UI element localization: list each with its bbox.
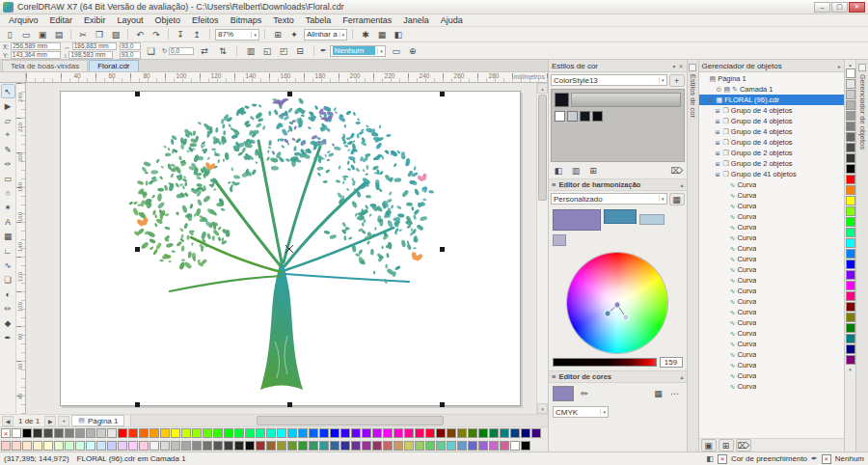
x-position-input[interactable]: 256,589 mm: [11, 42, 61, 50]
drop-shadow-tool[interactable]: ❏: [1, 272, 15, 287]
add-page-button[interactable]: +: [58, 416, 69, 426]
palette-swatch[interactable]: [128, 428, 138, 438]
palette-swatch[interactable]: [404, 428, 414, 438]
palette-swatch[interactable]: [181, 428, 191, 438]
rectangle-tool[interactable]: ▭: [1, 171, 15, 185]
height-input[interactable]: 198,583 mm: [68, 51, 113, 59]
sort-styles-icon[interactable]: ◧: [551, 164, 566, 177]
om-group-item[interactable]: ⊞❒Grupo de 2 objetos: [699, 148, 844, 158]
menu-item-texto[interactable]: Texto: [267, 15, 300, 25]
chevron-down-icon[interactable]: ▾: [659, 196, 665, 202]
previous-page-button[interactable]: ◀: [2, 416, 14, 426]
color-viewers-icon[interactable]: ▦: [651, 388, 666, 400]
expander-icon[interactable]: ⊞: [715, 171, 721, 178]
palette-swatch[interactable]: [383, 428, 393, 438]
palette-swatch[interactable]: [118, 441, 127, 451]
palette-swatch[interactable]: [510, 441, 520, 451]
palette-swatch[interactable]: [846, 68, 855, 78]
cut-icon[interactable]: ✂: [75, 28, 91, 41]
palette-swatch[interactable]: [266, 428, 276, 438]
om-curve-item[interactable]: ∿Curva: [699, 264, 844, 275]
import-icon[interactable]: ↧: [173, 28, 188, 41]
y-position-input[interactable]: 143,364 mm: [11, 51, 61, 59]
selection-handle[interactable]: [440, 247, 445, 252]
palette-swatch[interactable]: [12, 428, 21, 438]
palette-swatch[interactable]: [846, 260, 855, 269]
palette-swatch[interactable]: [139, 428, 149, 438]
menu-item-arquivo[interactable]: Arquivo: [3, 15, 44, 25]
slider-value-input[interactable]: 159: [660, 357, 683, 368]
snap-to-icon[interactable]: ✦: [286, 28, 302, 41]
print-icon[interactable]: ▤: [51, 28, 67, 41]
palette-swatch[interactable]: [468, 441, 477, 451]
horizontal-ruler[interactable]: 406080100120140160180200220240260280: [26, 72, 548, 82]
palette-swatch[interactable]: [54, 441, 64, 451]
scroll-down-icon[interactable]: ▾: [537, 403, 548, 414]
no-color-swatch[interactable]: ✕: [1, 428, 11, 438]
close-button[interactable]: ✕: [849, 2, 865, 13]
palette-swatch[interactable]: [213, 441, 223, 451]
palette-swatch[interactable]: [846, 344, 855, 354]
palette-swatch[interactable]: [298, 428, 308, 438]
palette-swatch[interactable]: [436, 441, 446, 451]
harmony-folder-swatch[interactable]: [580, 111, 590, 122]
om-curve-item[interactable]: ∿Curva: [699, 370, 844, 381]
selection-handle[interactable]: [135, 247, 140, 252]
palette-swatch[interactable]: [287, 441, 297, 451]
om-curve-item[interactable]: ∿Curva: [699, 286, 844, 296]
palette-swatch[interactable]: [340, 428, 350, 438]
palette-swatch[interactable]: [86, 428, 95, 438]
om-curve-item[interactable]: ∿Curva: [699, 275, 844, 286]
scale-y-input[interactable]: 93,0: [120, 51, 141, 59]
scrollbar-thumb[interactable]: [257, 416, 444, 425]
maximize-button[interactable]: ▢: [831, 2, 848, 13]
chevron-down-icon[interactable]: ▾: [659, 77, 665, 83]
palette-swatch[interactable]: [846, 281, 855, 290]
color-style-dropdown[interactable]: ColorStyle13 ▾: [551, 74, 667, 86]
intersect-icon[interactable]: ⊟: [292, 44, 308, 57]
om-group-item[interactable]: ⊞❒Grupo de 4 objetos: [699, 105, 844, 116]
palette-swatch[interactable]: [415, 428, 424, 438]
palette-swatch[interactable]: [846, 323, 855, 333]
palette-swatch[interactable]: [846, 79, 855, 89]
quick-customize-icon[interactable]: ⊕: [405, 44, 420, 57]
palette-swatch[interactable]: [171, 441, 180, 451]
om-group-item[interactable]: ⊞❒Grupo de 2 objetos: [699, 158, 844, 169]
menu-item-objeto[interactable]: Objeto: [149, 15, 187, 25]
palette-swatch[interactable]: [86, 441, 95, 451]
palette-swatch[interactable]: [846, 90, 855, 99]
om-curve-item[interactable]: ∿Curva: [699, 317, 844, 328]
palette-swatch[interactable]: [96, 441, 106, 451]
outline-pen-tool[interactable]: ✒: [1, 330, 15, 344]
minimize-button[interactable]: –: [814, 2, 830, 13]
om-curve-item[interactable]: ∿Curva: [699, 243, 844, 254]
palette-swatch[interactable]: [521, 441, 530, 451]
palette-swatch[interactable]: [404, 441, 414, 451]
palette-swatch[interactable]: [266, 441, 276, 451]
palette-swatch[interactable]: [489, 441, 499, 451]
om-file-item[interactable]: ⊟▦FLORAL (96).cdr: [699, 95, 844, 105]
palette-swatch[interactable]: [846, 206, 855, 216]
palette-swatch[interactable]: [256, 441, 265, 451]
om-curve-item[interactable]: ∿Curva: [699, 328, 844, 339]
om-curve-item[interactable]: ∿Curva: [699, 232, 844, 243]
om-curve-item[interactable]: ∿Curva: [699, 254, 844, 264]
palette-swatch[interactable]: [234, 441, 244, 451]
palette-scroll-down-icon[interactable]: ▾: [846, 366, 855, 373]
color-editor-section-header[interactable]: ≡ Editor de cores ▴: [549, 370, 687, 383]
palette-swatch[interactable]: [846, 143, 855, 152]
palette-swatch[interactable]: [75, 428, 85, 438]
page-tab[interactable]: ▤ Página 1: [71, 415, 124, 426]
copy-icon[interactable]: ❐: [92, 28, 107, 41]
palette-swatch[interactable]: [203, 428, 212, 438]
selection-handle[interactable]: [440, 402, 445, 407]
collapse-icon[interactable]: ▴: [681, 373, 684, 380]
scale-x-input[interactable]: 93,0: [120, 42, 141, 50]
palette-swatch[interactable]: [139, 441, 149, 451]
om-group-item[interactable]: ⊞❒Grupo de 4 objetos: [699, 116, 844, 126]
collapse-icon[interactable]: ▴: [681, 181, 684, 188]
palette-swatch[interactable]: [277, 441, 286, 451]
application-launcher-icon[interactable]: ▦: [374, 28, 390, 41]
om-layer-item[interactable]: ⊙▤✎Camada 1: [699, 84, 844, 95]
harmony-color-block[interactable]: [639, 214, 665, 225]
